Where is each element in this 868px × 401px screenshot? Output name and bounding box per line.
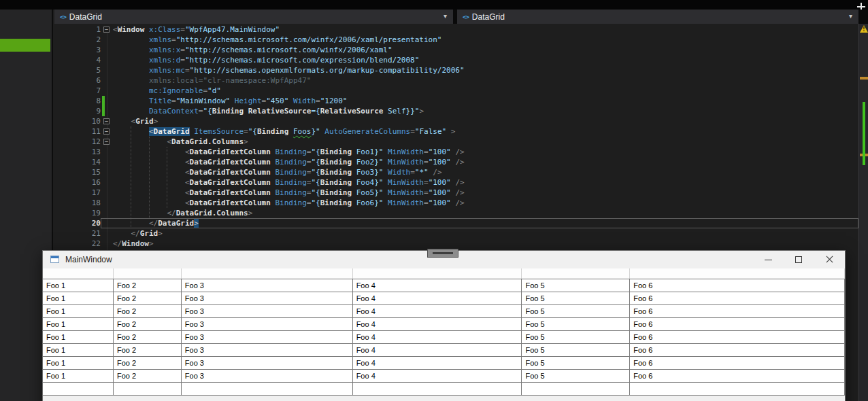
grid-cell[interactable]: Foo 5 bbox=[522, 370, 630, 382]
code-token: DataGridTextColumn bbox=[190, 188, 271, 197]
column-header-5[interactable] bbox=[522, 268, 630, 279]
grid-cell[interactable]: Foo 6 bbox=[630, 318, 845, 330]
collapse-icon[interactable]: − bbox=[103, 118, 110, 124]
grid-cell[interactable]: Foo 3 bbox=[182, 305, 353, 317]
grid-cell[interactable]: Foo 3 bbox=[182, 331, 353, 343]
code-line-20[interactable]: 20 </DataGrid> bbox=[54, 218, 858, 228]
editor-scrollbar[interactable]: ! bbox=[858, 24, 868, 401]
code-token: Self}}" bbox=[383, 107, 419, 116]
column-header-3[interactable] bbox=[182, 268, 353, 279]
grid-cell[interactable]: Foo 3 bbox=[182, 318, 353, 330]
grid-cell[interactable]: Foo 4 bbox=[353, 331, 522, 343]
code-line-15[interactable]: 15 <DataGridTextColumn Binding="{Binding… bbox=[54, 167, 858, 177]
grid-cell[interactable]: Foo 6 bbox=[630, 305, 845, 317]
code-line-19[interactable]: 19 </DataGrid.Columns> bbox=[54, 208, 858, 218]
code-line-1[interactable]: 1−<Window x:Class="WpfApp47.MainWindow" bbox=[54, 24, 858, 35]
grid-cell-empty bbox=[630, 383, 845, 395]
code-line-11[interactable]: 11− <DataGrid ItemsSource="{Binding Foos… bbox=[54, 126, 858, 137]
collapse-icon[interactable]: − bbox=[103, 27, 110, 33]
grid-cell[interactable]: Foo 6 bbox=[630, 357, 845, 369]
grid-cell[interactable]: Foo 1 bbox=[43, 318, 114, 330]
code-line-6[interactable]: 6 xmlns:local="clr-namespace:WpfApp47" bbox=[54, 75, 858, 86]
code-line-3[interactable]: 3 xmlns:x="http://schemas.microsoft.com/… bbox=[54, 45, 858, 55]
grid-cell[interactable]: Foo 1 bbox=[43, 331, 114, 343]
code-line-14[interactable]: 14 <DataGridTextColumn Binding="{Binding… bbox=[54, 157, 858, 167]
drag-handle[interactable] bbox=[427, 249, 458, 258]
code-line-5[interactable]: 5 xmlns:mc="http://schemas.openxmlformat… bbox=[54, 65, 858, 75]
tab-datagrid-left[interactable]: <> DataGrid bbox=[54, 10, 110, 24]
code-line-10[interactable]: 10− <Grid> bbox=[54, 116, 858, 126]
grid-cell-empty bbox=[182, 383, 353, 395]
code-line-17[interactable]: 17 <DataGridTextColumn Binding="{Binding… bbox=[54, 188, 858, 198]
grid-cell[interactable]: Foo 5 bbox=[522, 357, 630, 369]
grid-cell[interactable]: Foo 4 bbox=[353, 357, 522, 369]
grid-cell[interactable]: Foo 2 bbox=[114, 318, 182, 330]
code-line-22[interactable]: 22</Window> bbox=[54, 239, 858, 249]
grid-cell[interactable]: Foo 4 bbox=[353, 305, 522, 317]
code-line-12[interactable]: 12− <DataGrid.Columns> bbox=[54, 137, 858, 147]
grid-cell[interactable]: Foo 1 bbox=[43, 292, 114, 304]
new-item-placeholder-row[interactable] bbox=[43, 383, 845, 396]
grid-cell[interactable]: Foo 3 bbox=[182, 292, 353, 304]
grid-cell[interactable]: Foo 1 bbox=[43, 279, 114, 292]
grid-cell[interactable]: Foo 6 bbox=[630, 292, 845, 304]
code-line-9[interactable]: 9 DataContext="{Binding RelativeSource={… bbox=[54, 106, 858, 116]
grid-cell[interactable]: Foo 2 bbox=[114, 357, 182, 369]
grid-cell[interactable]: Foo 3 bbox=[182, 357, 353, 369]
code-line-7[interactable]: 7 mc:Ignorable="d" bbox=[54, 86, 858, 96]
code-token: mc:Ignorable bbox=[149, 86, 203, 95]
fold-marker[interactable]: − bbox=[101, 24, 113, 35]
grid-cell[interactable]: Foo 4 bbox=[353, 279, 522, 292]
grid-cell[interactable]: Foo 2 bbox=[114, 305, 182, 317]
code-line-8[interactable]: 8 Title="MainWindow" Height="450" Width=… bbox=[54, 96, 858, 106]
grid-cell[interactable]: Foo 6 bbox=[630, 279, 845, 292]
collapse-icon[interactable]: − bbox=[103, 128, 110, 135]
grid-cell[interactable]: Foo 2 bbox=[114, 331, 182, 343]
chevron-down-icon[interactable]: ▾ bbox=[849, 12, 852, 20]
grid-cell[interactable]: Foo 4 bbox=[353, 344, 522, 356]
code-line-4[interactable]: 4 xmlns:d="http://schemas.microsoft.com/… bbox=[54, 55, 858, 65]
grid-cell[interactable]: Foo 3 bbox=[182, 370, 353, 382]
grid-cell[interactable]: Foo 6 bbox=[630, 331, 845, 343]
grid-cell[interactable]: Foo 3 bbox=[182, 279, 353, 292]
maximize-button[interactable] bbox=[784, 251, 814, 268]
fold-marker[interactable]: − bbox=[101, 137, 113, 147]
grid-cell[interactable]: Foo 4 bbox=[353, 318, 522, 330]
column-header-1[interactable] bbox=[43, 268, 114, 279]
grid-cell[interactable]: Foo 2 bbox=[114, 292, 182, 304]
grid-cell[interactable]: Foo 1 bbox=[43, 344, 114, 356]
grid-cell[interactable]: Foo 2 bbox=[114, 279, 182, 292]
grid-cell[interactable]: Foo 1 bbox=[43, 305, 114, 317]
grid-cell[interactable]: Foo 2 bbox=[114, 370, 182, 382]
grid-cell[interactable]: Foo 5 bbox=[522, 331, 630, 343]
grid-cell[interactable]: Foo 4 bbox=[353, 292, 522, 304]
code-token: "{ bbox=[311, 158, 320, 167]
grid-cell[interactable]: Foo 3 bbox=[182, 344, 353, 356]
code-line-2[interactable]: 2 xmlns="http://schemas.microsoft.com/wi… bbox=[54, 35, 858, 45]
close-button[interactable] bbox=[814, 251, 845, 268]
grid-cell[interactable]: Foo 5 bbox=[522, 292, 630, 304]
tab-datagrid-right[interactable]: <> DataGrid bbox=[457, 10, 513, 24]
minimize-button[interactable] bbox=[753, 251, 784, 268]
grid-cell[interactable]: Foo 4 bbox=[353, 370, 522, 382]
grid-cell[interactable]: Foo 5 bbox=[522, 279, 630, 292]
column-header-6[interactable] bbox=[630, 268, 845, 279]
grid-cell[interactable]: Foo 5 bbox=[522, 305, 630, 317]
grid-cell[interactable]: Foo 5 bbox=[522, 344, 630, 356]
grid-cell[interactable]: Foo 1 bbox=[43, 370, 114, 382]
code-line-16[interactable]: 16 <DataGridTextColumn Binding="{Binding… bbox=[54, 177, 858, 188]
grid-cell[interactable]: Foo 2 bbox=[114, 344, 182, 356]
fold-marker[interactable]: − bbox=[101, 126, 113, 137]
column-header-4[interactable] bbox=[353, 268, 522, 279]
grid-cell[interactable]: Foo 6 bbox=[630, 370, 845, 382]
chevron-down-icon[interactable]: ▾ bbox=[444, 12, 447, 20]
grid-cell[interactable]: Foo 5 bbox=[522, 318, 630, 330]
code-line-13[interactable]: 13 <DataGridTextColumn Binding="{Binding… bbox=[54, 147, 858, 157]
code-line-18[interactable]: 18 <DataGridTextColumn Binding="{Binding… bbox=[54, 198, 858, 208]
code-line-21[interactable]: 21 </Grid> bbox=[54, 228, 858, 239]
fold-marker[interactable]: − bbox=[101, 116, 113, 126]
grid-cell[interactable]: Foo 6 bbox=[630, 344, 845, 356]
collapse-icon[interactable]: − bbox=[103, 139, 110, 145]
column-header-2[interactable] bbox=[114, 268, 182, 279]
grid-cell[interactable]: Foo 1 bbox=[43, 357, 114, 369]
